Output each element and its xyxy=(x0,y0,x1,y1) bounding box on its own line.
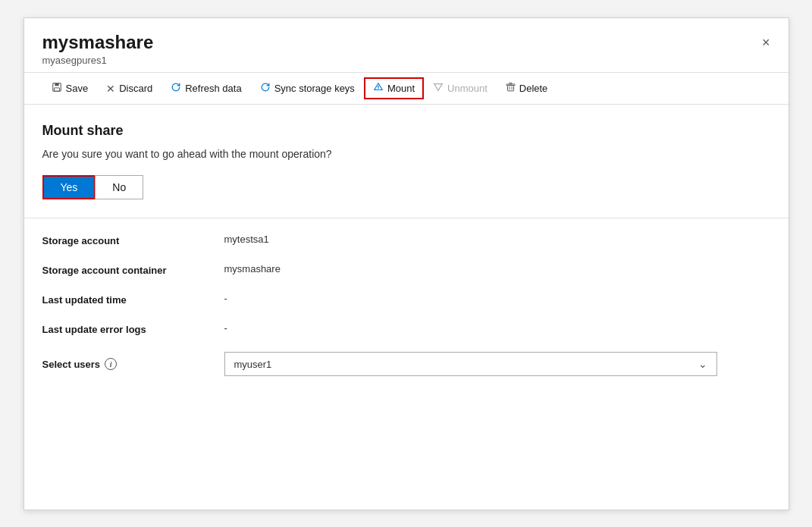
last-updated-label: Last updated time xyxy=(42,293,224,306)
toolbar: Save ✕ Discard Refresh data Sync stora xyxy=(24,73,788,105)
select-users-label: Select users i xyxy=(42,358,224,370)
svg-rect-6 xyxy=(507,86,513,91)
refresh-button[interactable]: Refresh data xyxy=(161,77,250,99)
error-logs-label: Last update error logs xyxy=(42,322,224,335)
panel-title: mysmashare xyxy=(42,32,770,54)
sync-label: Sync storage keys xyxy=(274,83,355,94)
mount-icon xyxy=(373,82,384,95)
no-button[interactable]: No xyxy=(95,175,143,199)
refresh-label: Refresh data xyxy=(185,83,241,94)
main-panel: mysmashare myasegpures1 × Save ✕ Discard xyxy=(24,17,789,510)
confirm-buttons: Yes No xyxy=(42,175,770,199)
delete-button[interactable]: Delete xyxy=(497,77,557,99)
svg-rect-10 xyxy=(509,83,512,85)
mount-share-title: Mount share xyxy=(42,123,770,139)
mount-share-description: Are you sure you want to go ahead with t… xyxy=(42,148,770,160)
svg-rect-2 xyxy=(54,88,59,91)
container-value: mysmashare xyxy=(224,263,770,274)
select-users-dropdown[interactable]: myuser1 ⌄ xyxy=(224,352,717,376)
content-area: Mount share Are you sure you want to go … xyxy=(24,105,788,376)
last-updated-row: Last updated time - xyxy=(42,293,770,306)
close-icon: × xyxy=(762,35,770,50)
unmount-label: Unmount xyxy=(447,83,488,94)
save-icon xyxy=(52,82,62,95)
discard-label: Discard xyxy=(119,83,152,94)
error-logs-row: Last update error logs - xyxy=(42,322,770,335)
svg-rect-1 xyxy=(55,83,58,86)
select-users-value: myuser1 xyxy=(234,359,272,370)
info-icon[interactable]: i xyxy=(105,358,117,370)
save-label: Save xyxy=(66,83,89,94)
last-updated-value: - xyxy=(224,293,770,304)
mount-share-section: Mount share Are you sure you want to go … xyxy=(42,123,770,199)
refresh-icon xyxy=(171,82,181,95)
storage-account-value: mytestsa1 xyxy=(224,234,770,245)
svg-marker-5 xyxy=(434,84,443,91)
sync-button[interactable]: Sync storage keys xyxy=(251,77,364,99)
details-section: Storage account mytestsa1 Storage accoun… xyxy=(42,218,770,376)
select-users-row: Select users i myuser1 ⌄ xyxy=(42,352,770,376)
mount-label: Mount xyxy=(387,83,415,94)
storage-account-label: Storage account xyxy=(42,234,224,246)
unmount-icon xyxy=(433,82,444,95)
mount-button[interactable]: Mount xyxy=(364,77,424,99)
container-row: Storage account container mysmashare xyxy=(42,263,770,276)
yes-button[interactable]: Yes xyxy=(42,175,96,199)
panel-subtitle: myasegpures1 xyxy=(42,55,770,66)
discard-button[interactable]: ✕ Discard xyxy=(97,78,161,99)
close-button[interactable]: × xyxy=(757,32,775,54)
discard-icon: ✕ xyxy=(106,83,115,95)
chevron-down-icon: ⌄ xyxy=(698,358,707,370)
delete-icon xyxy=(506,82,516,95)
container-label: Storage account container xyxy=(42,263,224,276)
delete-label: Delete xyxy=(519,83,548,94)
error-logs-value: - xyxy=(224,322,770,334)
save-button[interactable]: Save xyxy=(42,77,98,99)
storage-account-row: Storage account mytestsa1 xyxy=(42,234,770,246)
panel-header: mysmashare myasegpures1 × xyxy=(24,18,788,74)
unmount-button[interactable]: Unmount xyxy=(424,77,497,99)
sync-icon xyxy=(260,82,271,95)
